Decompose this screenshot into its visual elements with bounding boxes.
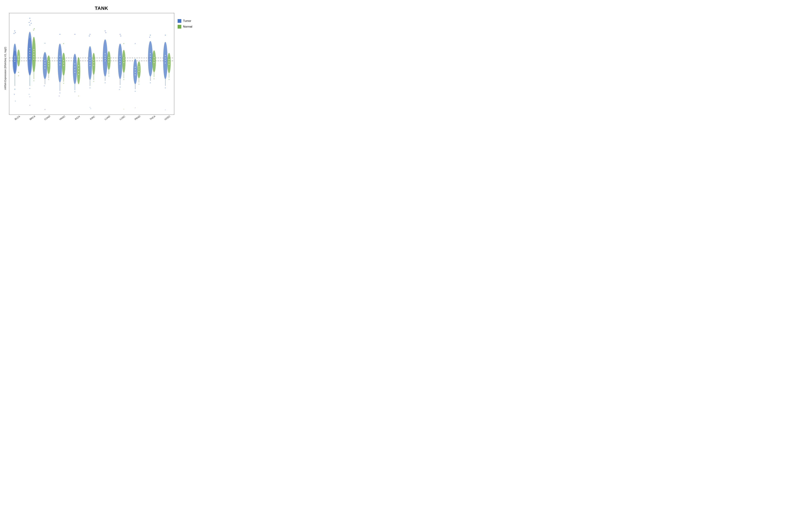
legend-item-normal: Normal xyxy=(177,25,201,29)
svg-point-158 xyxy=(139,69,139,69)
svg-point-133 xyxy=(119,58,120,59)
legend-item-tumor: Tumor xyxy=(177,19,201,23)
svg-point-168 xyxy=(150,61,151,62)
svg-point-129 xyxy=(119,34,120,35)
svg-point-149 xyxy=(135,69,136,70)
svg-point-177 xyxy=(165,35,166,36)
svg-point-71 xyxy=(59,62,60,62)
svg-point-176 xyxy=(154,78,155,79)
svg-point-74 xyxy=(59,93,60,94)
svg-point-90 xyxy=(74,91,75,92)
svg-point-166 xyxy=(150,56,151,57)
svg-point-186 xyxy=(167,53,171,73)
svg-point-167 xyxy=(150,58,151,59)
svg-point-40 xyxy=(29,96,30,97)
svg-point-54 xyxy=(45,63,45,64)
main-plot-svg: 6 8 10 12 xyxy=(9,13,174,115)
svg-point-116 xyxy=(103,39,108,76)
svg-point-172 xyxy=(154,57,154,58)
svg-point-77 xyxy=(62,53,65,76)
svg-point-125 xyxy=(108,59,109,60)
thca-normal xyxy=(152,50,156,79)
svg-point-27 xyxy=(29,22,30,23)
svg-point-111 xyxy=(93,65,94,66)
svg-point-28 xyxy=(31,23,32,24)
blca-tumor xyxy=(12,31,17,102)
svg-point-60 xyxy=(45,43,46,44)
kich-tumor xyxy=(73,34,77,92)
svg-point-109 xyxy=(93,60,94,61)
svg-point-67 xyxy=(59,34,60,35)
svg-point-14 xyxy=(14,61,15,62)
coad-tumor xyxy=(43,43,47,110)
svg-point-170 xyxy=(150,82,151,83)
svg-point-161 xyxy=(138,83,139,85)
svg-point-188 xyxy=(169,61,169,62)
brca-tumor xyxy=(27,18,33,106)
svg-point-41 xyxy=(29,105,30,106)
ucec-tumor xyxy=(163,35,167,110)
svg-point-157 xyxy=(139,67,139,67)
svg-point-145 xyxy=(123,79,124,80)
svg-point-75 xyxy=(59,96,60,97)
svg-point-146 xyxy=(123,109,124,110)
svg-point-38 xyxy=(29,88,30,89)
svg-point-123 xyxy=(107,51,110,70)
svg-point-108 xyxy=(92,53,95,75)
svg-point-82 xyxy=(63,83,64,84)
svg-point-115 xyxy=(105,32,106,33)
svg-point-139 xyxy=(123,43,124,44)
svg-point-174 xyxy=(154,62,154,63)
svg-point-138 xyxy=(119,89,120,90)
svg-point-24 xyxy=(18,75,19,76)
svg-point-98 xyxy=(89,36,90,37)
svg-point-120 xyxy=(105,60,106,61)
svg-point-180 xyxy=(165,58,166,58)
svg-point-55 xyxy=(45,65,45,66)
svg-point-106 xyxy=(90,107,91,108)
svg-point-103 xyxy=(90,65,91,66)
svg-point-49 xyxy=(34,59,34,60)
svg-point-43 xyxy=(33,30,34,31)
svg-point-47 xyxy=(34,54,34,55)
ucec-normal xyxy=(167,53,171,80)
svg-point-102 xyxy=(90,63,91,64)
svg-point-96 xyxy=(78,96,79,97)
svg-point-141 xyxy=(123,58,124,58)
svg-point-140 xyxy=(122,50,125,73)
svg-point-119 xyxy=(105,58,106,59)
svg-point-25 xyxy=(29,18,30,19)
svg-point-11 xyxy=(14,56,15,57)
svg-point-135 xyxy=(119,64,120,64)
svg-point-88 xyxy=(74,72,75,73)
coad-normal xyxy=(47,55,50,80)
svg-point-124 xyxy=(108,57,109,58)
svg-point-150 xyxy=(135,72,136,73)
svg-point-35 xyxy=(30,56,30,57)
svg-point-69 xyxy=(59,56,60,57)
lusc-tumor xyxy=(118,34,122,90)
luad-normal xyxy=(107,51,110,76)
hnsc-tumor xyxy=(58,34,62,97)
svg-point-126 xyxy=(108,62,109,62)
svg-point-42 xyxy=(34,28,35,29)
svg-point-59 xyxy=(45,109,46,110)
svg-point-130 xyxy=(120,36,121,37)
svg-point-92 xyxy=(78,65,79,66)
svg-point-107 xyxy=(90,108,91,109)
svg-point-36 xyxy=(30,58,30,59)
svg-point-143 xyxy=(123,62,124,63)
svg-point-189 xyxy=(169,64,169,65)
svg-point-10 xyxy=(12,50,17,74)
svg-point-100 xyxy=(90,58,91,58)
svg-point-76 xyxy=(63,43,64,44)
svg-point-6 xyxy=(14,31,15,32)
svg-point-23 xyxy=(18,72,19,73)
thca-tumor xyxy=(148,35,153,83)
svg-point-191 xyxy=(168,79,169,80)
svg-point-91 xyxy=(77,57,80,84)
blca-normal xyxy=(17,50,20,76)
svg-point-16 xyxy=(14,89,15,90)
svg-point-46 xyxy=(34,51,34,52)
svg-point-132 xyxy=(119,56,120,57)
